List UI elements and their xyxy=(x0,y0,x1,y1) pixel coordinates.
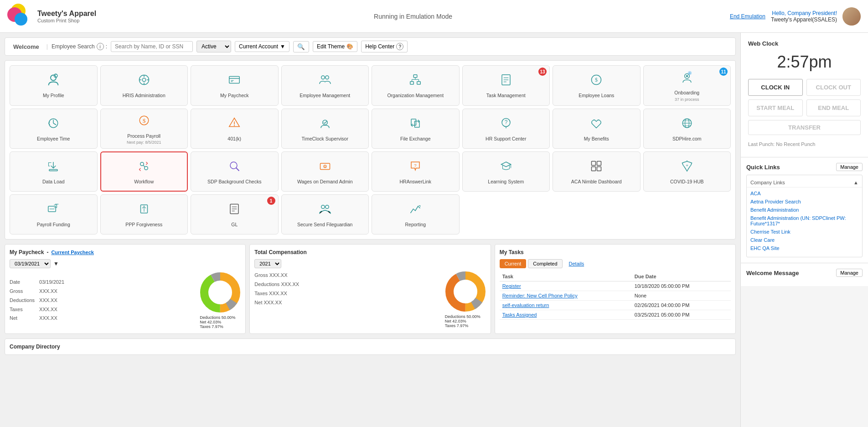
module-card-payroll-funding[interactable]: Payroll Funding xyxy=(10,194,98,234)
module-label-aca-nimble: ACA Nimble Dashboard xyxy=(571,179,622,185)
module-card-gl[interactable]: 1GL xyxy=(191,194,279,234)
module-card-workflow[interactable]: Workflow xyxy=(100,151,188,192)
module-card-hr-support[interactable]: ?HR Support Center xyxy=(462,109,550,149)
task-tabs: Current Completed Details xyxy=(500,259,731,268)
module-card-wages-demand[interactable]: $Wages on Demand Admin xyxy=(281,151,369,192)
start-meal-button[interactable]: START MEAL xyxy=(748,99,803,116)
module-label-workflow: Workflow xyxy=(134,179,154,185)
current-paycheck-link[interactable]: Current Paycheck xyxy=(51,250,94,255)
module-card-file-exchange[interactable]: File Exchange xyxy=(372,109,460,149)
module-icon-my-benefits xyxy=(589,116,603,133)
bottom-row: My Paycheck - Current Paycheck 03/19/202… xyxy=(5,244,736,334)
quick-links-title: Quick Links xyxy=(746,164,780,171)
module-icon-data-load xyxy=(46,159,60,176)
module-label-onboarding: Onboarding xyxy=(674,90,699,96)
my-paycheck-panel: My Paycheck - Current Paycheck 03/19/202… xyxy=(5,244,246,334)
module-card-learning[interactable]: Learning System xyxy=(462,151,550,192)
svg-rect-61 xyxy=(597,161,601,165)
quick-link-item[interactable]: Clear Care xyxy=(747,236,862,244)
end-emulation-link[interactable]: End Emulation xyxy=(730,13,765,20)
module-card-covid-hub[interactable]: +COVID-19 HUB xyxy=(643,151,731,192)
module-icon-my-paycheck xyxy=(227,73,241,90)
quick-links-manage-button[interactable]: Manage xyxy=(836,163,863,171)
svg-point-37 xyxy=(234,125,235,126)
module-card-org-mgmt[interactable]: Organization Management xyxy=(372,65,460,106)
module-card-timeclock-supervisor[interactable]: TimeClock Supervisor xyxy=(281,109,369,149)
quick-links-header: Quick Links Manage xyxy=(746,163,863,171)
module-card-my-benefits[interactable]: My Benefits xyxy=(553,109,641,149)
status-select[interactable]: Active Inactive All xyxy=(196,41,231,52)
svg-rect-8 xyxy=(229,77,240,83)
tab-current[interactable]: Current xyxy=(500,259,527,268)
welcome-tab[interactable]: Welcome xyxy=(10,42,43,52)
module-card-aca-nimble[interactable]: ACA Nimble Dashboard xyxy=(553,151,641,192)
emulation-banner: Running in Emulation Mode xyxy=(374,13,452,20)
clock-in-button[interactable]: CLOCK IN xyxy=(748,79,803,96)
table-row: self-evaluation return 02/26/2021 04:00:… xyxy=(500,301,731,310)
module-card-hris-admin[interactable]: HRIS Administration xyxy=(100,65,188,106)
module-card-ppp-forgiveness[interactable]: PPP Forgiveness xyxy=(100,194,188,234)
module-card-employee-mgmt[interactable]: Employee Management xyxy=(281,65,369,106)
module-card-sdphire[interactable]: SDPHire.com xyxy=(643,109,731,149)
module-card-onboarding[interactable]: 11+Onboarding37 in process xyxy=(643,65,731,106)
module-card-task-mgmt[interactable]: 13Task Management xyxy=(462,65,550,106)
module-card-my-paycheck[interactable]: My Paycheck xyxy=(191,65,279,106)
top-bar: Tweety's Apparel Custom Print Shop Runni… xyxy=(0,0,868,33)
tab-completed[interactable]: Completed xyxy=(528,259,562,268)
quick-link-item[interactable]: Benefit Administration xyxy=(747,206,862,214)
module-card-sdp-background[interactable]: SDP Background Checks xyxy=(191,151,279,192)
quick-link-item[interactable]: Cherrise Test Link xyxy=(747,228,862,236)
module-label-hr-support: HR Support Center xyxy=(486,136,526,142)
help-center-button[interactable]: Help Center ? xyxy=(361,41,408,52)
welcome-message-manage-button[interactable]: Manage xyxy=(836,269,863,277)
paycheck-date-select[interactable]: 03/19/2021 xyxy=(10,259,51,268)
table-row: Register 10/18/2020 05:00:00 PM xyxy=(500,281,731,291)
module-icon-secure-send xyxy=(318,202,332,219)
task-link[interactable]: self-evaluation return xyxy=(502,302,549,308)
company-directory-title: Company Directory xyxy=(10,344,731,350)
help-info-icon[interactable]: i xyxy=(97,43,104,50)
paycheck-labels: DateGrossDeductionsTaxesNet xyxy=(10,278,35,323)
module-label-secure-send: Secure Send Fileguardian xyxy=(297,222,352,228)
module-card-secure-send[interactable]: Secure Send Fileguardian xyxy=(281,194,369,234)
total-compensation-title: Total Compensation xyxy=(254,249,486,255)
web-clock-panel: Web Clock 2:57pm CLOCK IN CLOCK OUT STAR… xyxy=(741,33,868,157)
module-card-my-profile[interactable]: My Profile xyxy=(10,65,98,106)
search-input[interactable] xyxy=(111,41,193,52)
module-card-employee-loans[interactable]: $Employee Loans xyxy=(553,65,641,106)
quick-link-item[interactable]: Aetna Provider Search xyxy=(747,198,862,206)
employee-search-label: Employee Search i : xyxy=(52,43,107,50)
task-link[interactable]: Register xyxy=(502,283,521,289)
svg-text:$: $ xyxy=(142,117,145,124)
search-icon-button[interactable]: 🔍 xyxy=(293,41,309,52)
links-category: Company Links ▲ xyxy=(747,178,862,187)
module-label-org-mgmt: Organization Management xyxy=(387,93,444,99)
tab-details[interactable]: Details xyxy=(564,259,589,268)
quick-links-panel: Quick Links Manage Company Links ▲ ACAAe… xyxy=(741,157,868,263)
clock-out-button[interactable]: CLOCK OUT xyxy=(806,79,861,96)
task-link[interactable]: Reminder: New Cell Phone Policy xyxy=(502,293,578,298)
task-link[interactable]: Tasks Assigned xyxy=(502,312,537,318)
quick-link-item[interactable]: EHC QA Site xyxy=(747,244,862,252)
quick-link-item[interactable]: ACA xyxy=(747,189,862,198)
module-sublabel-process-payroll: Next pay: 8/5/2021 xyxy=(127,140,161,145)
module-card-data-load[interactable]: Data Load xyxy=(10,151,98,192)
company-subtitle: Custom Print Shop xyxy=(37,18,96,23)
module-card-401k[interactable]: 401(k) xyxy=(191,109,279,149)
module-sublabel-onboarding: 37 in process xyxy=(675,97,699,102)
year-select[interactable]: 2021 xyxy=(254,259,281,268)
module-card-reporting[interactable]: Reporting xyxy=(372,194,460,234)
current-account-button[interactable]: Current Account ▼ xyxy=(235,41,289,52)
module-label-my-benefits: My Benefits xyxy=(584,136,609,142)
module-card-employee-time[interactable]: Employee Time xyxy=(10,109,98,149)
transfer-button[interactable]: TRANSFER xyxy=(748,120,861,135)
svg-line-54 xyxy=(236,168,239,171)
end-meal-button[interactable]: END MEAL xyxy=(806,99,861,116)
module-card-process-payroll[interactable]: $Process PayrollNext pay: 8/5/2021 xyxy=(100,109,188,149)
module-card-hranswer[interactable]: ?HRAnswerLink xyxy=(372,151,460,192)
links-container: Company Links ▲ ACAAetna Provider Search… xyxy=(746,175,863,257)
quick-link-item[interactable]: Benefit Administration (UN: SDPClinet PW… xyxy=(747,214,862,228)
module-label-employee-loans: Employee Loans xyxy=(579,93,614,99)
edit-theme-button[interactable]: Edit Theme 🎨 xyxy=(313,41,357,52)
paycheck-data: DateGrossDeductionsTaxesNet 03/19/2021XX… xyxy=(10,272,241,329)
